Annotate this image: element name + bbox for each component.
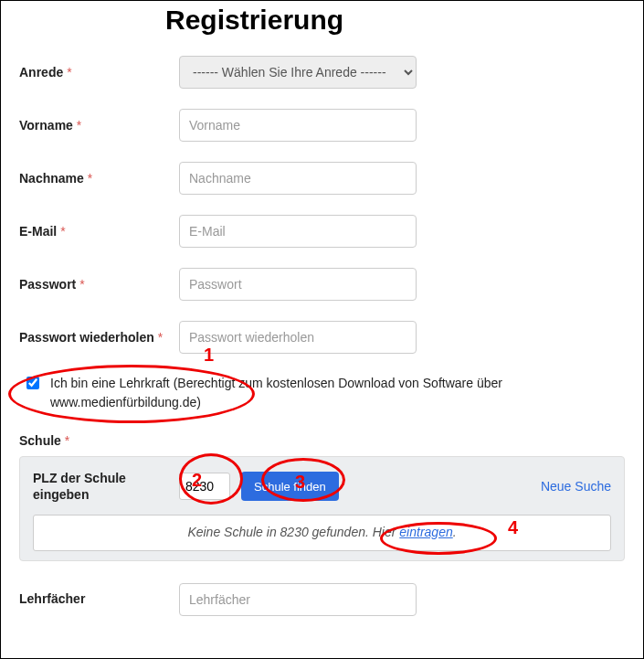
lehrkraft-checkbox[interactable] bbox=[26, 377, 39, 389]
lehrfaecher-label: Lehrfächer bbox=[19, 590, 179, 607]
schule-finden-button[interactable]: Schule finden bbox=[241, 472, 339, 501]
result-suffix: . bbox=[453, 525, 457, 539]
neue-suche-link[interactable]: Neue Suche bbox=[541, 479, 611, 494]
lehrkraft-checkbox-label: Ich bin eine Lehrkraft (Berechtigt zum k… bbox=[50, 374, 544, 412]
passwort2-input[interactable] bbox=[179, 321, 417, 354]
nachname-label: Nachname * bbox=[19, 170, 179, 186]
schule-result: Keine Schule in 8230 gefunden. Hier eint… bbox=[33, 515, 611, 551]
nachname-input[interactable] bbox=[179, 162, 417, 195]
anrede-label: Anrede * bbox=[19, 64, 179, 80]
email-label: E-Mail * bbox=[19, 223, 179, 239]
plz-label: PLZ der Schule eingeben bbox=[33, 470, 179, 503]
anrede-select[interactable]: ------ Wählen Sie Ihre Anrede ------ bbox=[179, 56, 417, 89]
schule-panel: PLZ der Schule eingeben Schule finden Ne… bbox=[19, 456, 625, 560]
page-title: Registrierung bbox=[165, 5, 625, 36]
schule-section-label: Schule * bbox=[19, 432, 179, 449]
lehrfaecher-input[interactable] bbox=[179, 583, 417, 616]
passwort-label: Passwort * bbox=[19, 276, 179, 292]
vorname-input[interactable] bbox=[179, 109, 417, 142]
result-text: Keine Schule in 8230 gefunden. Hier bbox=[187, 525, 399, 539]
passwort2-label: Passwort wiederholen * bbox=[19, 329, 179, 345]
email-input[interactable] bbox=[179, 215, 417, 248]
eintragen-link[interactable]: eintragen bbox=[399, 525, 452, 539]
vorname-label: Vorname * bbox=[19, 117, 179, 133]
passwort-input[interactable] bbox=[179, 268, 417, 301]
plz-input[interactable] bbox=[179, 473, 230, 500]
